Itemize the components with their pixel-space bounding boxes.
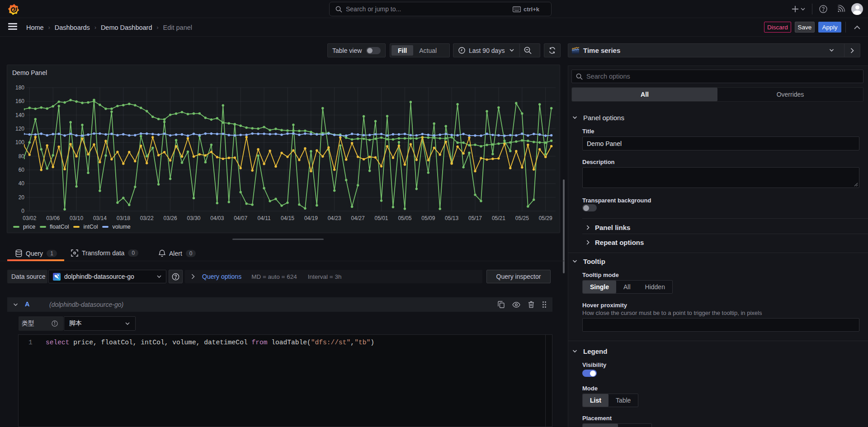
- svg-text:04/07: 04/07: [234, 215, 247, 221]
- svg-text:03/06: 03/06: [46, 215, 60, 221]
- svg-text:60: 60: [19, 167, 25, 173]
- svg-text:05/25: 05/25: [515, 215, 529, 221]
- svg-text:100: 100: [15, 139, 24, 145]
- svg-text:160: 160: [15, 98, 24, 104]
- svg-text:04/23: 04/23: [328, 215, 341, 221]
- svg-text:03/14: 03/14: [93, 215, 107, 221]
- svg-text:04/03: 04/03: [210, 215, 224, 221]
- svg-text:04/11: 04/11: [258, 215, 271, 221]
- svg-text:0: 0: [21, 208, 24, 214]
- svg-text:03/02: 03/02: [23, 215, 36, 221]
- svg-text:80: 80: [19, 153, 25, 160]
- svg-text:03/10: 03/10: [70, 215, 83, 221]
- svg-text:140: 140: [15, 112, 24, 118]
- svg-text:03/22: 03/22: [140, 215, 154, 221]
- svg-text:03/18: 03/18: [117, 215, 130, 221]
- svg-text:04/19: 04/19: [304, 215, 318, 221]
- svg-text:05/05: 05/05: [398, 215, 411, 221]
- svg-text:20: 20: [19, 194, 25, 201]
- svg-text:03/26: 03/26: [164, 215, 177, 221]
- svg-text:05/17: 05/17: [468, 215, 482, 221]
- svg-text:180: 180: [15, 84, 24, 91]
- svg-text:40: 40: [19, 180, 25, 187]
- svg-text:04/15: 04/15: [281, 215, 294, 221]
- svg-text:05/09: 05/09: [421, 215, 435, 221]
- svg-text:04/27: 04/27: [351, 215, 365, 221]
- svg-text:05/21: 05/21: [492, 215, 505, 221]
- svg-text:03/30: 03/30: [187, 215, 200, 221]
- svg-text:05/01: 05/01: [374, 215, 388, 221]
- svg-text:120: 120: [15, 126, 24, 132]
- svg-text:05/29: 05/29: [539, 215, 552, 221]
- svg-text:05/13: 05/13: [445, 215, 458, 221]
